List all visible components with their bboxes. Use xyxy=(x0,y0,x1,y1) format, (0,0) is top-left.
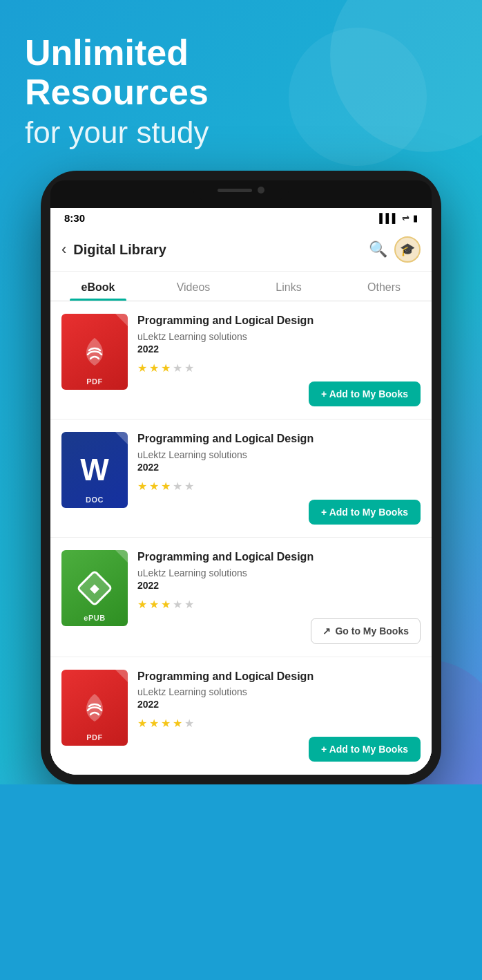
book-year: 2022 xyxy=(137,580,421,591)
book-info: Programming and Logical Design uLektz Le… xyxy=(137,314,421,406)
book-item: PDF Programming and Logical Design uLekt… xyxy=(50,301,432,420)
star-5: ★ xyxy=(184,361,194,375)
phone-notch xyxy=(193,180,289,200)
star-rating: ★ ★ ★ ★ ★ xyxy=(137,598,421,611)
star-2: ★ xyxy=(149,717,159,730)
tab-others[interactable]: Others xyxy=(336,272,432,301)
star-1: ★ xyxy=(137,361,147,375)
cover-fold xyxy=(115,432,128,444)
star-2: ★ xyxy=(149,361,159,375)
go-to-my-books-button[interactable]: ↗ Go to My Books xyxy=(311,618,421,644)
book-list: PDF Programming and Logical Design uLekt… xyxy=(50,301,432,775)
star-rating: ★ ★ ★ ★ ★ xyxy=(137,717,421,730)
button-row: ↗ Go to My Books xyxy=(137,618,421,644)
pdf-acrobat-icon xyxy=(81,335,108,368)
star-5: ★ xyxy=(184,480,194,493)
add-to-my-books-button[interactable]: + Add to My Books xyxy=(309,737,421,762)
star-3: ★ xyxy=(161,598,171,611)
cover-fold xyxy=(115,670,128,682)
epub-diamond-icon: ◆ xyxy=(76,569,113,607)
star-rating: ★ ★ ★ ★ ★ xyxy=(137,480,421,493)
book-author: uLektz Learning solutions xyxy=(137,449,421,460)
avatar-icon[interactable]: 🎓 xyxy=(394,236,421,263)
book-author: uLektz Learning solutions xyxy=(137,331,421,342)
book-item: W DOC Programming and Logical Design uLe… xyxy=(50,420,432,538)
phone-notch-bar xyxy=(50,180,432,208)
status-bar: 8:30 ▌▌▌ ⇌ ▮ xyxy=(50,208,432,228)
notch-speaker xyxy=(218,189,252,192)
star-5: ★ xyxy=(184,598,194,611)
book-title: Programming and Logical Design xyxy=(137,670,421,684)
tab-bar: eBook Videos Links Others xyxy=(50,272,432,301)
notch-camera xyxy=(258,187,264,194)
star-1: ★ xyxy=(137,717,147,730)
status-icons: ▌▌▌ ⇌ ▮ xyxy=(379,213,418,223)
book-cover-epub[interactable]: ◆ ePUB xyxy=(61,550,128,626)
status-time: 8:30 xyxy=(64,212,85,224)
book-author: uLektz Learning solutions xyxy=(137,567,421,578)
phone-frame: 8:30 ▌▌▌ ⇌ ▮ ‹ Digital Library 🔍 🎓 xyxy=(41,171,441,784)
book-year: 2022 xyxy=(137,699,421,710)
star-rating: ★ ★ ★ ★ ★ xyxy=(137,361,421,375)
book-info: Programming and Logical Design uLektz Le… xyxy=(137,432,421,525)
book-year: 2022 xyxy=(137,343,421,355)
star-3: ★ xyxy=(161,480,171,493)
tab-videos[interactable]: Videos xyxy=(146,272,241,301)
star-2: ★ xyxy=(149,598,159,611)
book-cover-doc[interactable]: W DOC xyxy=(61,432,128,508)
book-info: Programming and Logical Design uLektz Le… xyxy=(137,670,421,762)
book-info: Programming and Logical Design uLektz Le… xyxy=(137,550,421,644)
cover-fold xyxy=(115,550,128,563)
star-4: ★ xyxy=(173,361,182,375)
hero-subtitle: for your study xyxy=(25,115,457,151)
button-row: + Add to My Books xyxy=(137,737,421,762)
hero-section: Unlimited Resources for your study 8:30 … xyxy=(0,0,482,784)
tab-links[interactable]: Links xyxy=(241,272,336,301)
wifi-icon: ⇌ xyxy=(402,213,409,223)
book-title: Programming and Logical Design xyxy=(137,314,421,328)
star-4: ★ xyxy=(173,598,182,611)
cover-fold xyxy=(115,314,128,326)
doc-w-icon: W xyxy=(80,453,109,487)
button-row: + Add to My Books xyxy=(137,500,421,525)
button-row: + Add to My Books xyxy=(137,381,421,406)
star-2: ★ xyxy=(149,480,159,493)
goto-label: Go to My Books xyxy=(335,625,409,637)
book-year: 2022 xyxy=(137,462,421,473)
tab-ebook[interactable]: eBook xyxy=(50,272,146,301)
book-cover-pdf[interactable]: PDF xyxy=(61,670,128,746)
star-4: ★ xyxy=(173,480,182,493)
add-to-my-books-button[interactable]: + Add to My Books xyxy=(309,500,421,525)
book-author: uLektz Learning solutions xyxy=(137,686,421,697)
search-icon[interactable]: 🔍 xyxy=(369,241,387,258)
star-1: ★ xyxy=(137,480,147,493)
add-to-my-books-button[interactable]: + Add to My Books xyxy=(309,381,421,406)
book-title: Programming and Logical Design xyxy=(137,432,421,446)
phone-screen: 8:30 ▌▌▌ ⇌ ▮ ‹ Digital Library 🔍 🎓 xyxy=(50,208,432,775)
book-item: PDF Programming and Logical Design uLekt… xyxy=(50,657,432,775)
star-3: ★ xyxy=(161,717,171,730)
star-3: ★ xyxy=(161,361,171,375)
signal-icon: ▌▌▌ xyxy=(379,213,398,223)
star-1: ★ xyxy=(137,598,147,611)
star-4: ★ xyxy=(173,717,182,730)
hero-title: Unlimited Resources xyxy=(25,33,457,112)
book-title: Programming and Logical Design xyxy=(137,550,421,565)
star-5: ★ xyxy=(184,717,194,730)
cover-type-label: ePUB xyxy=(84,614,105,622)
book-cover-pdf[interactable]: PDF xyxy=(61,314,128,390)
share-icon: ↗ xyxy=(322,625,331,637)
cover-type-label: PDF xyxy=(86,733,103,742)
app-header: ‹ Digital Library 🔍 🎓 xyxy=(50,228,432,272)
page-title: Digital Library xyxy=(73,242,369,258)
back-button[interactable]: ‹ xyxy=(61,241,66,258)
phone-mockup: 8:30 ▌▌▌ ⇌ ▮ ‹ Digital Library 🔍 🎓 xyxy=(25,171,457,784)
battery-icon: ▮ xyxy=(413,213,418,223)
cover-type-label: PDF xyxy=(86,377,103,386)
cover-type-label: DOC xyxy=(86,496,104,504)
pdf-acrobat-icon xyxy=(81,691,108,724)
book-item: ◆ ePUB Programming and Logical Design uL… xyxy=(50,538,432,657)
